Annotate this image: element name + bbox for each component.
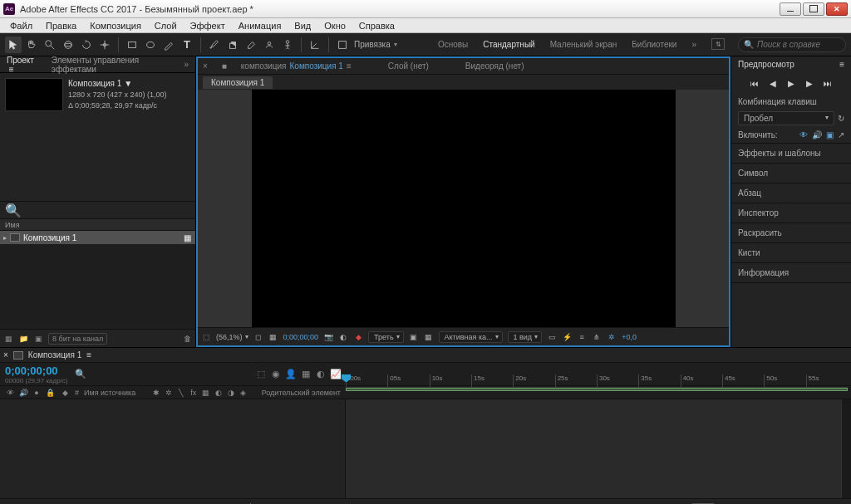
close-button[interactable] [826, 2, 848, 16]
search-icon[interactable]: 🔍 [5, 203, 22, 218]
expand-icon[interactable]: ⊡ [42, 502, 52, 505]
include-overlays-icon[interactable]: ▣ [826, 130, 834, 139]
region-icon[interactable]: ▣ [409, 332, 419, 342]
viewer-tab-menu-icon[interactable]: ≡ [347, 61, 352, 71]
comp-name[interactable]: Композиция 1 ▼ [68, 78, 167, 90]
comp-mini-flowchart-icon[interactable]: ⬚ [256, 369, 266, 379]
workspace-small[interactable]: Маленький экран [550, 38, 617, 51]
prev-frame-button[interactable]: ◀ [767, 77, 779, 89]
fx-switch-icon[interactable]: fx [189, 388, 199, 398]
workspace-standard[interactable]: Стандартный [483, 38, 534, 51]
roto-tool[interactable] [261, 37, 278, 53]
panel-paint[interactable]: Раскрасить [731, 223, 851, 243]
bpc-button[interactable]: 8 бит на канал [48, 333, 107, 345]
viewer-tab-layer[interactable]: Слой (нет) [388, 61, 429, 71]
workspace-essentials[interactable]: Основы [438, 38, 468, 51]
index-col[interactable]: # [75, 389, 79, 397]
maximize-button[interactable] [803, 2, 824, 16]
hand-tool[interactable] [23, 37, 40, 53]
3d-switch-icon[interactable]: ◈ [239, 388, 248, 398]
play-button[interactable]: ▶ [785, 77, 797, 89]
anchor-tool[interactable] [96, 37, 113, 53]
source-name-col[interactable]: Имя источника [84, 389, 135, 397]
label-col-icon[interactable]: ◆ [60, 388, 70, 398]
snapshot-icon[interactable]: 📷 [323, 332, 333, 342]
panel-paragraph[interactable]: Абзац [731, 183, 851, 203]
shortcut-dropdown[interactable]: Пробел ▾ [738, 111, 834, 125]
timeline-track-area[interactable] [346, 399, 851, 498]
menu-help[interactable]: Справка [352, 19, 401, 32]
project-column-header[interactable]: Имя [0, 219, 195, 231]
magnification-icon[interactable]: ⬚ [201, 332, 211, 342]
include-video-icon[interactable]: 👁 [799, 130, 808, 139]
viewer-tab-composition[interactable]: композиция Композиция 1 ≡ [241, 61, 352, 71]
help-search[interactable]: 🔍 [738, 37, 846, 52]
flowchart-icon[interactable]: ⋔ [592, 332, 602, 342]
viewer-tab-footage[interactable]: Видеоряд (нет) [465, 61, 524, 71]
graph-editor-icon[interactable]: 📈 [331, 369, 341, 379]
viewer-subtab[interactable]: Композиция 1 [203, 76, 273, 89]
vertical-scrollbar[interactable] [841, 399, 851, 498]
motionblur-switch-icon[interactable]: ◐ [214, 388, 224, 398]
workspace-sync-icon[interactable]: ⇅ [711, 38, 725, 50]
workspace-more-icon[interactable]: » [691, 38, 696, 51]
loop-icon[interactable]: ↻ [838, 114, 844, 123]
last-frame-button[interactable]: ⏭ [822, 77, 834, 89]
project-search-input[interactable] [25, 206, 190, 215]
comp-thumbnail[interactable] [5, 78, 63, 111]
lock-col-icon[interactable]: 🔒 [45, 388, 55, 398]
interpret-footage-icon[interactable]: ▦ [3, 334, 13, 344]
menu-effect[interactable]: Эффект [184, 19, 232, 32]
solo-col-icon[interactable]: ● [32, 388, 42, 398]
resolution-dropdown[interactable]: Треть ▾ [368, 331, 404, 343]
exposure-value[interactable]: +0,0 [622, 333, 637, 341]
views-dropdown[interactable]: 1 вид ▾ [508, 331, 543, 343]
minimize-button[interactable] [780, 2, 801, 16]
work-area-bar[interactable] [346, 388, 848, 391]
timeline-tab[interactable]: Композиция 1 [28, 350, 81, 360]
timeline-icon[interactable]: ≡ [577, 332, 587, 342]
draft3d-icon[interactable]: ◉ [271, 369, 281, 379]
panel-overflow-icon[interactable]: » [184, 60, 189, 69]
menu-layer[interactable]: Слой [148, 19, 184, 32]
twirl-icon[interactable]: ▸ [3, 234, 7, 242]
selection-tool[interactable] [5, 37, 22, 53]
brush-tool[interactable] [206, 37, 223, 53]
next-frame-button[interactable]: ▶ [804, 77, 815, 89]
timeline-close-icon[interactable]: × [3, 350, 8, 360]
timeline-layer-list[interactable] [0, 399, 346, 498]
timeline-timecode[interactable]: 0;00;00;00 [5, 365, 68, 377]
menu-animation[interactable]: Анимация [232, 19, 288, 32]
puppet-tool[interactable] [279, 37, 296, 53]
panel-brushes[interactable]: Кисти [731, 243, 851, 263]
show-channel-icon[interactable]: ◐ [338, 332, 348, 342]
grid-icon[interactable]: ▦ [424, 332, 434, 342]
viewer-timecode[interactable]: 0;00;00;00 [283, 333, 319, 341]
rotate-tool[interactable] [78, 37, 95, 53]
parent-col[interactable]: Родительский элемент [262, 389, 341, 397]
viewer-close-icon[interactable]: × [203, 61, 208, 71]
delete-icon[interactable]: 🗑 [182, 334, 192, 344]
toggle-switches-icon[interactable]: ⬚ [5, 502, 15, 505]
new-comp-icon[interactable]: ▣ [33, 334, 43, 344]
text-tool[interactable]: T [179, 37, 195, 53]
frame-blend-icon[interactable]: ▦ [301, 369, 311, 379]
pen-tool[interactable] [160, 37, 177, 53]
zoom-dropdown[interactable]: (56,1%) ▾ [216, 333, 248, 341]
viewer-crumb-link[interactable]: Композиция 1 [290, 61, 343, 71]
rect-tool[interactable] [124, 37, 140, 53]
fast-preview-icon[interactable]: ⚡ [562, 332, 572, 342]
panel-tracker[interactable]: Инспектор [731, 203, 851, 223]
timeline-tab-menu-icon[interactable]: ≡ [86, 350, 91, 360]
first-frame-button[interactable]: ⏮ [749, 77, 760, 89]
panel-character[interactable]: Символ [731, 164, 851, 183]
orbit-tool[interactable] [60, 37, 76, 53]
color-mgmt-icon[interactable]: ◆ [353, 332, 363, 342]
menu-file[interactable]: Файл [3, 19, 39, 32]
tab-project[interactable]: Проект ≡ [7, 56, 40, 74]
panel-info[interactable]: Информация [731, 263, 851, 283]
motion-blur-icon[interactable]: ◐ [316, 369, 326, 379]
eraser-tool[interactable] [243, 37, 259, 53]
menu-edit[interactable]: Правка [39, 19, 83, 32]
reset-exposure-icon[interactable]: ✲ [607, 332, 617, 342]
